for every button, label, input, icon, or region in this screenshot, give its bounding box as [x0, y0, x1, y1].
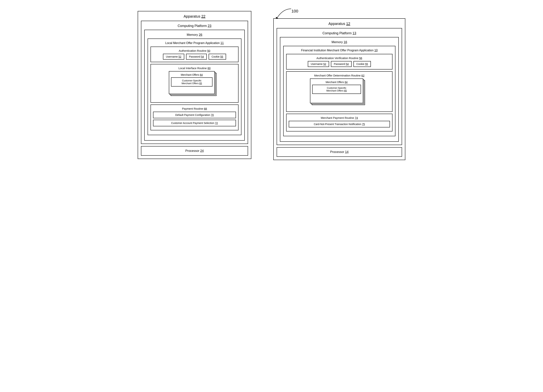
left-auth-title: Authentication Routine 50: [153, 49, 236, 52]
left-local-interface-title: Local Interface Routine 60: [153, 67, 236, 70]
right-customer-specific-item: Customer-SpecificMerchant Offers 65: [312, 85, 361, 94]
left-payment-routine-title: Payment Routine 68: [153, 107, 236, 110]
right-merchant-payment-title: Merchant Payment Routine 74: [289, 116, 390, 119]
right-password-item: Password 54: [331, 61, 352, 67]
left-memory-title: Memory 26: [147, 33, 241, 37]
left-customer-specific-item: Customer-SpecificMerchant Offers 65: [171, 77, 212, 86]
left-default-payment-item: Default Payment Configuration 70: [153, 112, 236, 118]
left-cp-title: Computing Platform 23: [144, 24, 245, 28]
right-cookie-item: Cookie 55: [353, 61, 371, 67]
left-app-title: Local Merchant Offer Program Application…: [151, 41, 238, 45]
right-processor: Processor 14: [277, 147, 402, 157]
right-merchant-offer-det-title: Merchant Offer Determination Routine 62: [289, 74, 390, 77]
right-app-title: Financial Institution Merchant Offer Pro…: [286, 49, 392, 52]
right-username-item: Username 52: [308, 61, 329, 67]
left-cookie-item: Cookie 55: [209, 54, 226, 60]
left-apparatus-title: Apparatus 22: [141, 14, 248, 18]
left-customer-account-item: Customer Account Payment Selection 72: [153, 120, 236, 126]
right-cp-title: Computing Platform 13: [280, 31, 399, 35]
right-auth-title: Authentication Verification Routine 56: [289, 57, 390, 60]
left-merchant-offers-title: Merchant Offers 64: [171, 73, 212, 76]
left-processor: Processor 24: [141, 146, 248, 156]
right-memory-title: Memory 16: [283, 40, 396, 44]
right-apparatus-title: Apparatus 12: [277, 22, 402, 26]
right-apparatus: Apparatus 12 Computing Platform 13 Memor…: [273, 18, 405, 160]
left-apparatus: Apparatus 22 Computing Platform 23 Memor…: [138, 11, 251, 159]
right-card-not-present-item: Card-Not-Present Transaction Notificatio…: [289, 121, 390, 127]
right-merchant-offers-title: Merchant Offers 64: [312, 81, 361, 84]
left-password-item: Password 54: [186, 54, 207, 60]
left-username-item: Username 52: [163, 54, 184, 60]
